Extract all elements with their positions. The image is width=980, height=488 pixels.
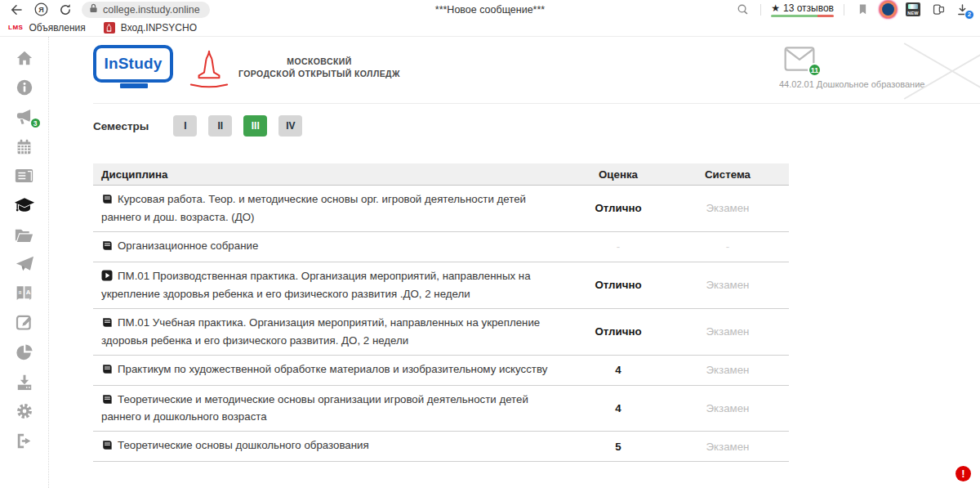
grade-value: Отлично — [570, 202, 666, 214]
sidebar-item-downloads[interactable] — [14, 372, 35, 392]
table-row[interactable]: Теоретические основы дошкольного образов… — [93, 432, 789, 462]
column-header-system: Система — [666, 168, 789, 181]
table-row[interactable]: ПМ.01 Производственная практика. Организ… — [93, 262, 789, 309]
bookmark-lms-announcements[interactable]: LMS Объявления — [8, 22, 86, 34]
reviews-rating-bar — [771, 15, 834, 17]
book-icon — [101, 193, 113, 209]
svg-text:Я: Я — [38, 6, 43, 14]
mail-button[interactable]: 11 — [784, 47, 815, 71]
discipline-cell: ПМ.01 Учебная практика. Организация меро… — [93, 309, 570, 355]
discipline-name: ПМ.01 Производственная практика. Организ… — [101, 270, 531, 300]
book-icon — [101, 439, 113, 455]
new-badge: NEW — [907, 11, 919, 17]
find-in-page-icon[interactable] — [734, 2, 751, 18]
sidebar-item-grades[interactable] — [14, 195, 35, 215]
sidebar-item-home[interactable] — [14, 48, 35, 68]
sidebar-item-logout[interactable] — [14, 431, 35, 450]
svg-text:A: A — [26, 289, 31, 296]
semester-tab-IV[interactable]: IV — [278, 115, 302, 137]
url-text: college.instudy.online — [103, 4, 200, 16]
sidebar-item-schedule[interactable] — [14, 166, 35, 186]
sidebar-item-info[interactable] — [14, 78, 35, 97]
system-value: Экзамен — [666, 202, 789, 214]
table-row[interactable]: Курсовая работа. Теор. и методические ос… — [93, 186, 789, 232]
lms-favicon: LMS — [8, 24, 23, 31]
downloads-button[interactable]: 2 — [956, 3, 969, 16]
semesters-label: Семестры — [93, 120, 149, 132]
sidebar-item-messages[interactable] — [14, 254, 35, 274]
discipline-name: Теоретические и методические основы орга… — [101, 393, 528, 423]
system-value: Экзамен — [666, 325, 789, 338]
browser-window: Я college.instudy.online ***Новое сообще… — [0, 0, 980, 488]
table-row[interactable]: Организационное собрание-- — [93, 232, 789, 262]
sidebar-item-translate[interactable]: яA — [14, 284, 35, 303]
sidebar-item-compose[interactable] — [14, 313, 35, 333]
discipline-cell: ПМ.01 Производственная практика. Организ… — [93, 262, 570, 308]
instudy-logo-text: InStudy — [104, 55, 162, 73]
sidebar-item-files[interactable] — [14, 225, 35, 244]
extension-new-icon[interactable]: NEW — [906, 2, 920, 16]
bookmark-label: Вход.INPSYCHO — [121, 22, 197, 34]
discipline-name: Организационное собрание — [118, 240, 258, 252]
book-icon — [101, 240, 113, 256]
logo-stand — [120, 83, 148, 88]
discipline-cell: Организационное собрание — [93, 232, 570, 262]
inpsycho-favicon — [104, 22, 115, 34]
sidebar-item-statistics[interactable] — [14, 342, 35, 362]
divider — [844, 4, 844, 16]
reload-icon[interactable] — [57, 2, 74, 18]
discipline-cell: Курсовая работа. Теор. и методические ос… — [93, 186, 570, 231]
system-value: Экзамен — [666, 279, 789, 291]
discipline-name: ПМ.01 Учебная практика. Организация меро… — [101, 316, 540, 347]
grades-table-body: Курсовая работа. Теор. и методические ос… — [93, 186, 789, 462]
grade-value: 5 — [570, 441, 666, 453]
semester-tab-II[interactable]: II — [208, 115, 232, 137]
close-icon[interactable] — [903, 43, 980, 101]
table-row[interactable]: Практикум по художественной обработке ма… — [93, 356, 789, 386]
yandex-services-button[interactable]: Я — [33, 2, 49, 18]
book-icon — [101, 363, 113, 379]
discipline-cell: Практикум по художественной обработке ма… — [93, 356, 570, 385]
bookmark-flag-icon[interactable] — [854, 2, 871, 18]
college-name: МОСКОВСКИЙ ГОРОДСКОЙ ОТКРЫТЫЙ КОЛЛЕДЖ — [238, 56, 400, 78]
system-value: Экзамен — [666, 364, 789, 376]
semester-tab-I[interactable]: I — [173, 115, 197, 137]
announcements-badge: 3 — [29, 117, 42, 129]
instudy-logo: InStudy — [93, 45, 175, 88]
college-logo-icon — [188, 50, 230, 89]
content-header: InStudy МОСКОВСКИЙ ГОРОДСКОЙ ОТКРЫТЫЙ КО… — [93, 43, 980, 104]
svg-text:я: я — [18, 289, 21, 295]
address-bar[interactable]: college.instudy.online — [82, 2, 210, 18]
grade-value: 4 — [570, 402, 666, 414]
extension-circle-icon[interactable] — [882, 3, 894, 16]
semester-tab-III[interactable]: III — [243, 115, 267, 137]
grades-table: Дисциплина Оценка Система Курсовая работ… — [93, 163, 789, 462]
table-row[interactable]: Теоретические и методические основы орга… — [93, 386, 789, 432]
alert-symbol: ! — [961, 468, 964, 480]
semesters-row: Семестры IIIIIIIV — [93, 115, 302, 137]
practice-icon — [101, 270, 113, 286]
grade-value: - — [570, 240, 666, 253]
back-button[interactable] — [8, 2, 24, 18]
sidebar-item-calendar[interactable] — [14, 137, 35, 156]
semester-buttons: IIIIIIIV — [173, 115, 302, 137]
discipline-name: Курсовая работа. Теор. и методические ос… — [101, 193, 526, 223]
sidebar: 3 яA — [0, 37, 49, 488]
reviews-count: 13 отзывов — [783, 2, 834, 14]
discipline-name: Теоретические основы дошкольного образов… — [118, 439, 369, 451]
reviews-widget[interactable]: ★ 13 отзывов — [771, 2, 834, 17]
grade-value: Отлично — [570, 325, 666, 338]
collections-icon[interactable] — [930, 2, 947, 18]
main-content: InStudy МОСКОВСКИЙ ГОРОДСКОЙ ОТКРЫТЫЙ КО… — [49, 37, 980, 488]
bookmark-inpsycho[interactable]: Вход.INPSYCHO — [104, 22, 197, 34]
table-row[interactable]: ПМ.01 Учебная практика. Организация меро… — [93, 309, 789, 356]
table-header-row: Дисциплина Оценка Система — [93, 163, 789, 186]
column-header-grade: Оценка — [570, 168, 666, 181]
bookmark-label: Объявления — [29, 22, 85, 34]
book-icon — [101, 316, 113, 333]
discipline-cell: Теоретические основы дошкольного образов… — [93, 432, 570, 461]
alert-icon[interactable]: ! — [956, 466, 971, 481]
sidebar-item-announcements[interactable]: 3 — [14, 107, 35, 127]
grade-value: Отлично — [570, 279, 666, 291]
sidebar-item-settings[interactable] — [14, 401, 35, 421]
